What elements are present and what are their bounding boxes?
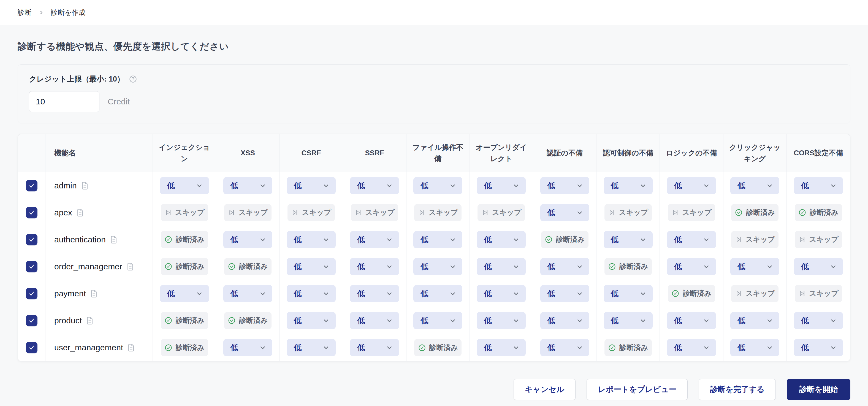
skip-forward-icon xyxy=(164,209,172,216)
chevron-down-icon xyxy=(386,263,393,270)
top-bar: 診断 診断を作成 xyxy=(0,0,868,25)
priority-value: 低 xyxy=(801,342,809,353)
priority-dropdown[interactable]: 低 xyxy=(477,312,526,329)
priority-dropdown[interactable]: 低 xyxy=(350,177,399,194)
priority-dropdown[interactable]: 低 xyxy=(160,177,209,194)
credit-limit-input[interactable] xyxy=(29,91,99,112)
file-icon[interactable] xyxy=(126,262,134,271)
file-icon[interactable] xyxy=(127,343,135,352)
table-cell: product xyxy=(45,307,153,334)
table-cell: 低 xyxy=(596,172,660,199)
priority-dropdown[interactable]: 低 xyxy=(477,177,526,194)
priority-dropdown[interactable]: 低 xyxy=(160,285,209,302)
priority-value: 低 xyxy=(548,261,555,272)
priority-dropdown[interactable]: 低 xyxy=(223,339,272,356)
row-checkbox[interactable] xyxy=(26,234,37,245)
priority-dropdown[interactable]: 低 xyxy=(603,312,653,329)
priority-dropdown[interactable]: 低 xyxy=(667,231,716,248)
preview-report-button[interactable]: レポートをプレビュー xyxy=(587,379,688,400)
column-header-6: オープンリダイレクト xyxy=(470,134,533,172)
priority-dropdown[interactable]: 低 xyxy=(287,339,336,356)
priority-dropdown[interactable]: 低 xyxy=(794,177,843,194)
priority-dropdown[interactable]: 低 xyxy=(350,339,399,356)
priority-dropdown[interactable]: 低 xyxy=(350,285,399,302)
priority-dropdown[interactable]: 低 xyxy=(350,258,399,275)
priority-dropdown[interactable]: 低 xyxy=(794,339,843,356)
row-checkbox[interactable] xyxy=(26,342,37,353)
priority-dropdown[interactable]: 低 xyxy=(540,285,589,302)
priority-dropdown[interactable]: 低 xyxy=(477,258,526,275)
priority-dropdown[interactable]: 低 xyxy=(540,339,589,356)
priority-dropdown[interactable]: 低 xyxy=(287,231,336,248)
priority-dropdown[interactable]: 低 xyxy=(477,285,526,302)
priority-dropdown[interactable]: 低 xyxy=(223,231,272,248)
file-icon[interactable] xyxy=(110,236,118,244)
done-label: 診断済み xyxy=(429,343,458,352)
priority-dropdown[interactable]: 低 xyxy=(730,258,779,275)
row-checkbox[interactable] xyxy=(26,288,37,300)
table-cell: 低 xyxy=(723,334,787,361)
row-checkbox[interactable] xyxy=(26,315,37,326)
priority-dropdown[interactable]: 低 xyxy=(603,285,653,302)
row-checkbox[interactable] xyxy=(26,180,37,191)
priority-dropdown[interactable]: 低 xyxy=(667,258,716,275)
priority-dropdown[interactable]: 低 xyxy=(540,312,589,329)
priority-dropdown[interactable]: 低 xyxy=(413,177,462,194)
priority-dropdown[interactable]: 低 xyxy=(287,312,336,329)
table-cell: 低 xyxy=(153,280,216,307)
table-cell: 低 xyxy=(660,253,723,280)
breadcrumb-diagnosis[interactable]: 診断 xyxy=(18,8,31,17)
chevron-down-icon xyxy=(449,290,456,297)
done-badge: 診断済み xyxy=(604,339,652,356)
breadcrumb-create-diagnosis: 診断を作成 xyxy=(51,8,86,17)
priority-value: 低 xyxy=(548,315,555,326)
priority-value: 低 xyxy=(484,315,492,326)
row-checkbox[interactable] xyxy=(26,207,37,218)
row-checkbox[interactable] xyxy=(26,261,37,273)
priority-dropdown[interactable]: 低 xyxy=(477,339,526,356)
table-cell: 低 xyxy=(787,253,850,280)
priority-dropdown[interactable]: 低 xyxy=(350,312,399,329)
check-circle-icon xyxy=(164,262,173,271)
done-label: 診断済み xyxy=(619,262,648,271)
priority-dropdown[interactable]: 低 xyxy=(730,312,779,329)
priority-dropdown[interactable]: 低 xyxy=(413,312,462,329)
start-diagnosis-button[interactable]: 診断を開始 xyxy=(787,379,850,400)
priority-dropdown[interactable]: 低 xyxy=(287,258,336,275)
help-icon[interactable] xyxy=(129,75,137,83)
priority-dropdown[interactable]: 低 xyxy=(540,204,589,221)
skip-label: スキップ xyxy=(682,208,711,217)
skip-badge: スキップ xyxy=(604,204,652,221)
priority-dropdown[interactable]: 低 xyxy=(413,285,462,302)
priority-dropdown[interactable]: 低 xyxy=(603,231,653,248)
done-badge: 診断済み xyxy=(161,339,208,356)
priority-dropdown[interactable]: 低 xyxy=(287,285,336,302)
priority-dropdown[interactable]: 低 xyxy=(667,177,716,194)
priority-dropdown[interactable]: 低 xyxy=(413,258,462,275)
priority-dropdown[interactable]: 低 xyxy=(794,258,843,275)
table-cell xyxy=(18,199,45,226)
skip-label: スキップ xyxy=(746,289,775,298)
priority-dropdown[interactable]: 低 xyxy=(287,177,336,194)
priority-dropdown[interactable]: 低 xyxy=(730,339,779,356)
file-icon[interactable] xyxy=(81,182,89,190)
file-icon[interactable] xyxy=(86,316,94,325)
priority-dropdown[interactable]: 低 xyxy=(667,339,716,356)
file-icon[interactable] xyxy=(76,209,84,217)
priority-dropdown[interactable]: 低 xyxy=(730,177,779,194)
cancel-button[interactable]: キャンセル xyxy=(514,379,576,400)
priority-dropdown[interactable]: 低 xyxy=(350,231,399,248)
priority-dropdown[interactable]: 低 xyxy=(477,231,526,248)
priority-dropdown[interactable]: 低 xyxy=(667,312,716,329)
priority-dropdown[interactable]: 低 xyxy=(603,177,653,194)
priority-dropdown[interactable]: 低 xyxy=(794,312,843,329)
file-icon[interactable] xyxy=(90,289,98,298)
table-cell: 診断済み xyxy=(153,226,216,253)
priority-dropdown[interactable]: 低 xyxy=(413,231,462,248)
priority-dropdown[interactable]: 低 xyxy=(223,177,272,194)
priority-dropdown[interactable]: 低 xyxy=(540,177,589,194)
priority-dropdown[interactable]: 低 xyxy=(540,258,589,275)
complete-diagnosis-button[interactable]: 診断を完了する xyxy=(699,379,776,400)
priority-dropdown[interactable]: 低 xyxy=(223,285,272,302)
skip-badge: スキップ xyxy=(224,204,272,221)
